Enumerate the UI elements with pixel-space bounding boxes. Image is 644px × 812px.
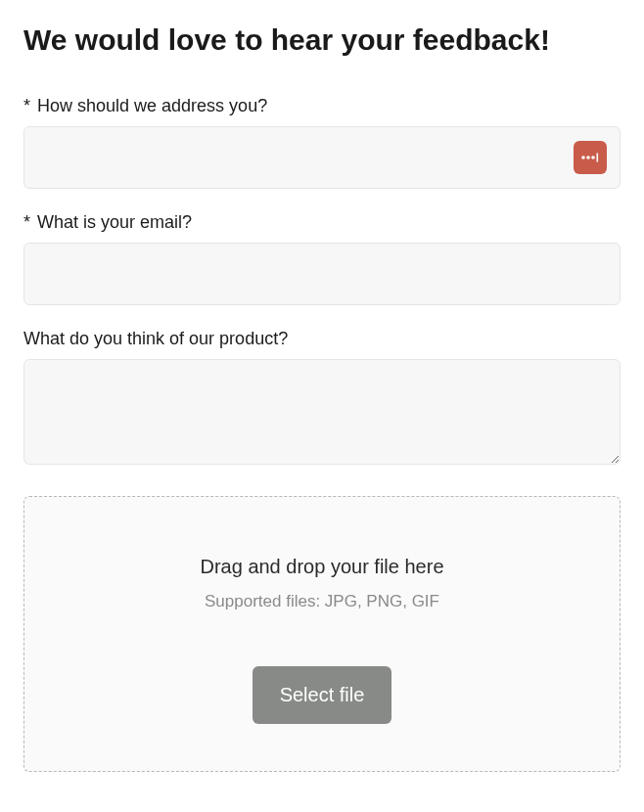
name-input[interactable] bbox=[23, 126, 621, 189]
email-input-wrapper bbox=[23, 243, 621, 305]
dropzone-title: Drag and drop your file here bbox=[44, 556, 600, 578]
required-asterisk: * bbox=[23, 96, 35, 115]
name-field-group: * How should we address you? bbox=[23, 96, 621, 189]
dropzone-hint: Supported files: JPG, PNG, GIF bbox=[44, 592, 600, 611]
feedback-label: What do you think of our product? bbox=[23, 329, 621, 349]
email-label-text: What is your email? bbox=[37, 212, 192, 232]
svg-point-1 bbox=[586, 156, 590, 159]
svg-rect-3 bbox=[597, 154, 599, 162]
password-dots-icon bbox=[580, 151, 600, 164]
email-input[interactable] bbox=[23, 243, 621, 305]
email-field-group: * What is your email? bbox=[23, 212, 621, 305]
required-asterisk: * bbox=[23, 212, 35, 232]
feedback-textarea[interactable] bbox=[23, 359, 621, 465]
select-file-button[interactable]: Select file bbox=[253, 666, 392, 724]
name-input-wrapper bbox=[23, 126, 621, 189]
name-label-text: How should we address you? bbox=[37, 96, 267, 115]
feedback-field-group: What do you think of our product? bbox=[23, 329, 621, 469]
file-dropzone[interactable]: Drag and drop your file here Supported f… bbox=[23, 496, 621, 772]
email-label: * What is your email? bbox=[23, 212, 621, 233]
page-title: We would love to hear your feedback! bbox=[23, 23, 621, 57]
autofill-suggestion-icon[interactable] bbox=[574, 141, 607, 174]
name-label: * How should we address you? bbox=[23, 96, 621, 116]
svg-point-0 bbox=[581, 156, 585, 159]
svg-point-2 bbox=[591, 156, 595, 159]
